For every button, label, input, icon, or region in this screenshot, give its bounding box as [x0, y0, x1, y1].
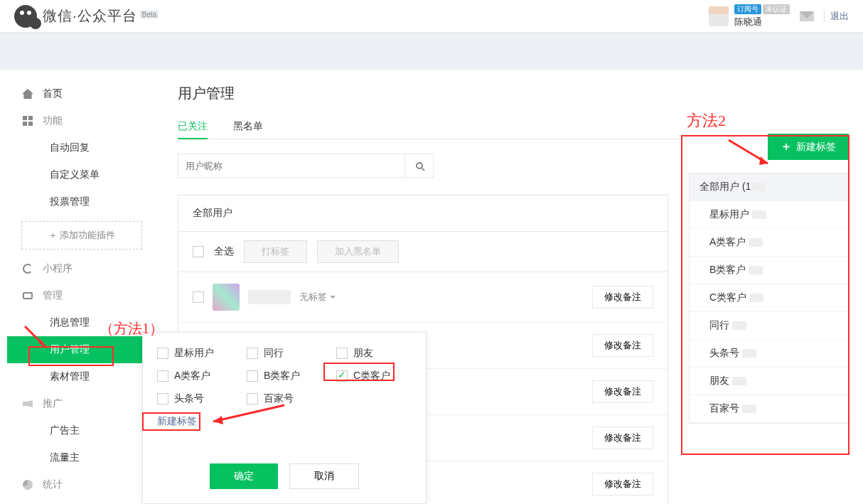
sidebar-auto-reply[interactable]: 自动回复: [7, 134, 156, 161]
edit-note-button[interactable]: 修改备注: [592, 473, 653, 495]
select-all-checkbox[interactable]: [193, 246, 204, 257]
new-tag-link[interactable]: 新建标签: [157, 415, 197, 428]
edit-note-button[interactable]: 修改备注: [592, 334, 653, 357]
checkbox[interactable]: [247, 370, 258, 382]
count-redacted: [751, 183, 765, 191]
checkbox[interactable]: [157, 348, 168, 359]
beta-badge: Beta: [140, 11, 159, 18]
tag-option[interactable]: C类客户: [336, 370, 412, 382]
tag-li[interactable]: C类客户: [690, 284, 848, 312]
logo[interactable]: 微信·公众平台 Beta: [14, 5, 159, 28]
dropdown-actions: 确定 取消: [157, 463, 412, 489]
panel-toolbar: 全选 打标签 加入黑名单: [178, 232, 668, 272]
tag-li[interactable]: 朋友: [690, 368, 848, 395]
user-name-redacted: [248, 290, 291, 304]
cancel-button[interactable]: 取消: [289, 463, 359, 489]
select-all-label: 全选: [214, 245, 234, 258]
tag-li[interactable]: 星标用户: [690, 201, 848, 229]
plus-icon: ＋: [781, 139, 792, 154]
sidebar-material-manage[interactable]: 素材管理: [7, 363, 156, 390]
search-icon: [416, 162, 423, 169]
main: 首页 功能 自动回复 自定义菜单 投票管理 ＋ 添加功能插件 小程序 管理 消息…: [0, 70, 863, 504]
user-row: 无标签 修改备注: [178, 272, 668, 323]
page-title: 用户管理: [178, 84, 856, 103]
row-checkbox[interactable]: [193, 291, 204, 303]
tag-option[interactable]: 星标用户: [157, 347, 232, 360]
sidebar-message-manage[interactable]: 消息管理: [7, 309, 156, 336]
grid-icon: [23, 116, 33, 126]
user-avatar[interactable]: [709, 6, 729, 26]
checkbox[interactable]: [247, 393, 258, 404]
chart-icon: [23, 480, 33, 490]
tag-li[interactable]: 百家号: [690, 395, 848, 423]
mail-icon[interactable]: [800, 11, 814, 21]
tag-button[interactable]: 打标签: [244, 240, 307, 263]
cert-badge: 未认证: [763, 4, 790, 14]
sidebar-promote-group[interactable]: 推广: [7, 390, 156, 417]
sidebar-stats[interactable]: 统计: [7, 471, 156, 498]
checkbox[interactable]: [157, 370, 168, 382]
home-icon: [22, 89, 33, 99]
sidebar-user-manage[interactable]: 用户管理: [7, 336, 156, 363]
tag-li[interactable]: B类客户: [690, 257, 848, 284]
tag-options-grid: 星标用户 同行 朋友 A类客户 B类客户 C类客户 头条号 百家号: [157, 347, 412, 405]
gray-band: [0, 33, 863, 70]
caret-down-icon: [330, 296, 336, 301]
tag-list: 全部用户 (1 星标用户 A类客户 B类客户 C类客户 同行 头条号 朋友 百家…: [689, 173, 849, 424]
sidebar-traffic[interactable]: 流量主: [7, 444, 156, 471]
account-type-badge: 订阅号: [734, 4, 761, 14]
tag-option[interactable]: 头条号: [157, 392, 232, 405]
add-plugin-button[interactable]: ＋ 添加功能插件: [21, 221, 142, 250]
sidebar: 首页 功能 自动回复 自定义菜单 投票管理 ＋ 添加功能插件 小程序 管理 消息…: [7, 70, 156, 504]
inbox-icon: [23, 292, 33, 299]
tab-blacklist[interactable]: 黑名单: [233, 114, 263, 139]
edit-note-button[interactable]: 修改备注: [592, 286, 653, 309]
logo-text: 微信·公众平台: [43, 6, 137, 26]
blacklist-button[interactable]: 加入黑名单: [317, 240, 399, 263]
username[interactable]: 陈晓通: [734, 16, 762, 28]
horn-icon: [23, 400, 33, 407]
user-badges: 订阅号 未认证 陈晓通: [734, 4, 790, 28]
tag-li-all[interactable]: 全部用户 (1: [690, 173, 848, 201]
new-tag-button[interactable]: ＋ 新建标签: [768, 134, 849, 160]
header: 微信·公众平台 Beta 订阅号 未认证 陈晓通 退出: [0, 0, 863, 33]
sidebar-vote-manage[interactable]: 投票管理: [7, 188, 156, 215]
tag-dropdown-popup: 星标用户 同行 朋友 A类客户 B类客户 C类客户 头条号 百家号 新建标签 确…: [142, 332, 427, 504]
miniprogram-icon: [23, 264, 33, 274]
tag-option[interactable]: B类客户: [247, 370, 322, 382]
tag-option[interactable]: 朋友: [336, 347, 412, 360]
sidebar-miniprogram[interactable]: 小程序: [7, 255, 156, 282]
tag-option[interactable]: 百家号: [247, 392, 322, 405]
right-panel: ＋ 新建标签 全部用户 (1 星标用户 A类客户 B类客户 C类客户 同行 头条…: [689, 134, 849, 424]
logout-link[interactable]: 退出: [830, 10, 849, 23]
panel-head: 全部用户: [178, 195, 668, 232]
checkbox-checked[interactable]: [336, 370, 348, 382]
tag-li[interactable]: 同行: [690, 312, 848, 340]
sidebar-manage-group[interactable]: 管理: [7, 282, 156, 309]
checkbox[interactable]: [247, 348, 258, 359]
tab-followed[interactable]: 已关注: [178, 114, 208, 139]
confirm-button[interactable]: 确定: [210, 463, 278, 489]
tag-option[interactable]: 同行: [247, 347, 322, 360]
edit-note-button[interactable]: 修改备注: [592, 380, 653, 403]
sidebar-home-label: 首页: [43, 87, 63, 100]
tag-li[interactable]: 头条号: [690, 340, 848, 368]
sidebar-home[interactable]: 首页: [7, 80, 156, 107]
sidebar-advertiser[interactable]: 广告主: [7, 417, 156, 444]
sidebar-features-label: 功能: [43, 114, 63, 127]
search-input[interactable]: [178, 154, 405, 178]
sidebar-custom-menu[interactable]: 自定义菜单: [7, 161, 156, 188]
header-right: 订阅号 未认证 陈晓通 退出: [709, 4, 849, 28]
tag-option[interactable]: A类客户: [157, 370, 232, 382]
tag-li[interactable]: A类客户: [690, 229, 848, 257]
tag-dropdown-trigger[interactable]: 无标签: [299, 291, 336, 304]
divider: [824, 10, 825, 23]
checkbox[interactable]: [157, 393, 168, 404]
search-button[interactable]: [405, 154, 434, 178]
user-avatar-small: [213, 284, 240, 311]
wechat-logo-icon: [14, 5, 37, 28]
edit-note-button[interactable]: 修改备注: [592, 427, 653, 449]
sidebar-features-group[interactable]: 功能: [7, 107, 156, 134]
checkbox[interactable]: [336, 348, 348, 359]
